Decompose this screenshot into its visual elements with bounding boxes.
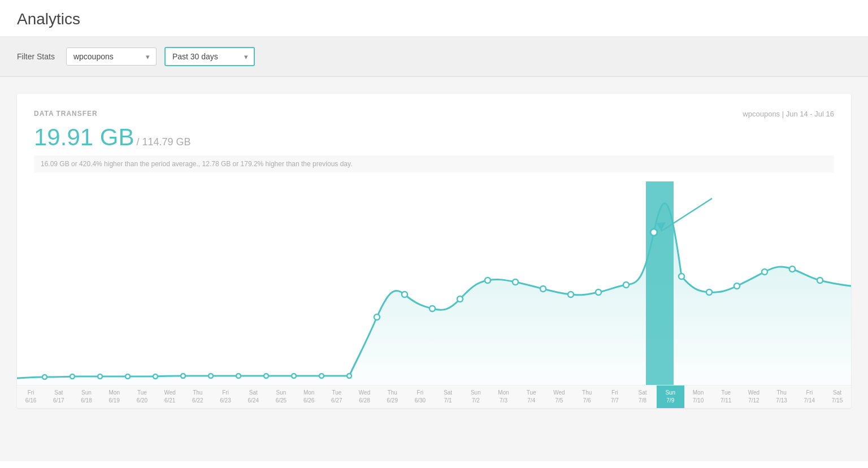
dot (98, 374, 102, 379)
x-label: Thu7/6 (573, 385, 601, 408)
x-label: Sat7/8 (628, 385, 656, 408)
dot (181, 374, 185, 378)
x-label: Wed6/28 (350, 385, 378, 408)
dot (209, 374, 213, 378)
x-label: Wed7/12 (740, 385, 767, 408)
x-label: Thu7/13 (767, 385, 795, 408)
dot (623, 282, 629, 288)
dot (596, 289, 601, 295)
x-label: Fri6/16 (17, 385, 45, 408)
x-label: Sat6/24 (240, 385, 267, 408)
x-label: Sun6/18 (72, 385, 100, 408)
x-label: Tue6/27 (323, 385, 350, 408)
page-header: Analytics (0, 0, 868, 37)
dot (319, 374, 324, 378)
chart-svg (17, 181, 851, 385)
dot (817, 278, 823, 283)
filter-label: Filter Stats (17, 52, 55, 61)
value-total: / 114.79 GB (136, 136, 190, 148)
dot (236, 374, 241, 378)
x-label: Fri6/30 (406, 385, 434, 408)
dot (70, 374, 75, 379)
x-axis: Fri6/16Sat6/17Sun6/18Mon6/19Tue6/20Wed6/… (17, 385, 851, 408)
x-label: Mon7/3 (489, 385, 517, 408)
dot (264, 374, 268, 378)
x-label: Fri6/23 (211, 385, 239, 408)
period-select[interactable]: Past 30 days Past 7 days This Month Last… (164, 47, 255, 66)
dot (125, 374, 130, 379)
data-value: 19.91 GB/ 114.79 GB (34, 124, 834, 151)
chart-area (17, 181, 851, 385)
x-label: Sat7/15 (823, 385, 851, 408)
x-label: Fri7/7 (601, 385, 628, 408)
dot (706, 289, 712, 295)
chart-card-header: DATA TRANSFER wpcoupons | Jun 14 - Jul 1… (34, 110, 834, 118)
x-label: Sat7/1 (434, 385, 462, 408)
x-label: Sun7/2 (462, 385, 489, 408)
x-label: Sun7/9 (657, 385, 684, 408)
dot (513, 279, 518, 285)
x-label: Mon7/10 (684, 385, 712, 408)
main-content: DATA TRANSFER wpcoupons | Jun 14 - Jul 1… (0, 77, 868, 461)
x-label: Tue7/4 (518, 385, 545, 408)
dot (292, 374, 296, 378)
x-label: Sun6/25 (267, 385, 295, 408)
dot (374, 314, 380, 320)
x-label: Mon6/19 (101, 385, 128, 408)
x-label: Wed7/5 (545, 385, 573, 408)
dot (457, 296, 463, 302)
dot (429, 306, 435, 311)
x-label: Mon6/26 (295, 385, 323, 408)
period-select-wrapper: Past 30 days Past 7 days This Month Last… (164, 47, 255, 66)
dot (42, 375, 47, 379)
chart-card: DATA TRANSFER wpcoupons | Jun 14 - Jul 1… (17, 94, 851, 408)
dot (402, 292, 407, 297)
filter-bar: Filter Stats wpcoupons Past 30 days Past… (0, 37, 868, 77)
dot (734, 283, 740, 289)
page-title: Analytics (17, 10, 851, 28)
x-label: Thu6/29 (379, 385, 406, 408)
x-label: Tue6/20 (128, 385, 156, 408)
value-main: 19.91 GB (34, 124, 134, 150)
x-label: Sat6/17 (45, 385, 72, 408)
selected-dot (650, 229, 657, 236)
dot (347, 374, 351, 378)
dot (568, 292, 574, 297)
section-label: DATA TRANSFER (34, 110, 98, 118)
dot (540, 286, 546, 292)
site-select-wrapper: wpcoupons (66, 47, 157, 66)
dot (679, 274, 684, 279)
dot (789, 266, 795, 272)
x-label: Tue7/11 (712, 385, 740, 408)
x-label: Thu6/22 (184, 385, 211, 408)
x-label: Fri7/14 (796, 385, 823, 408)
site-select[interactable]: wpcoupons (66, 47, 157, 66)
chart-fill (17, 203, 851, 385)
data-comparison: 16.09 GB or 420.4% higher than the perio… (34, 155, 834, 172)
dot (153, 374, 158, 379)
dot (762, 269, 767, 275)
x-label: Wed6/21 (156, 385, 184, 408)
date-range-label: wpcoupons | Jun 14 - Jul 16 (743, 110, 834, 118)
dot (485, 278, 491, 283)
